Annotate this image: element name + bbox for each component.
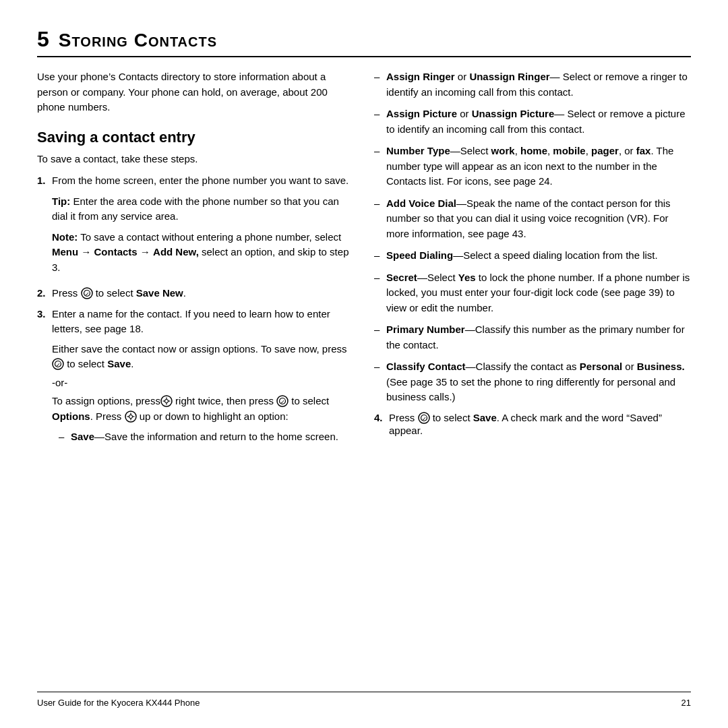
bullet-assign-ringer: – Assign Ringer or Unassign Ringer— Sele… [374,69,691,100]
section-intro: To save a contact, take these steps. [37,152,354,167]
right-column: – Assign Ringer or Unassign Ringer— Sele… [374,69,691,692]
dash-1: – [374,69,386,100]
step-3-number: 3. [37,307,52,452]
dash-8: – [374,359,386,405]
note-block: Note: To save a contact without entering… [52,230,354,276]
step-2-content: Press ✓ to select Save New. [52,286,354,301]
page: 5 Storing Contacts Use your phone’s Cont… [0,0,728,728]
dash-2: – [374,107,386,137]
dash-5: – [374,248,386,264]
bullet-secret: – Secret—Select Yes to lock the phone nu… [374,270,691,316]
footer-left: User Guide for the Kyocera KX444 Phone [37,698,200,708]
right-bullets-list: – Assign Ringer or Unassign Ringer— Sele… [374,69,691,405]
svg-text:✓: ✓ [280,399,285,405]
step-3-text1: Enter a name for the contact. If you nee… [52,307,354,337]
step-1-text: From the home screen, enter the phone nu… [52,175,348,186]
svg-point-6 [161,396,172,406]
step-4-text-post: to select Save. A check mark and the wor… [389,412,662,436]
step-1-number: 1. [37,173,52,280]
bullet-assign-picture: – Assign Picture or Unassign Picture— Se… [374,107,691,137]
bullet-classify-contact-text: Classify Contact—Classify the contact as… [386,359,691,405]
step-3-content: Enter a name for the contact. If you nee… [52,307,354,452]
bullet-primary-number: – Primary Number—Classify this number as… [374,322,691,353]
step-4-content: Press ✓ to select Save. A check mark and… [389,412,691,436]
dash-7: – [374,322,386,353]
sub-option-save: – Save—Save the information and return t… [59,429,354,445]
section-title: Saving a contact entry [37,129,354,146]
or-text: -or- [52,375,354,391]
ok-icon-step4: ✓ [418,412,430,424]
step-4-text-pre: Press [389,412,418,423]
nav-icon-step3a [160,395,173,407]
bullet-speed-dialing-text: Speed Dialing—Select a speed dialing loc… [386,248,691,264]
intro-text: Use your phone’s Contacts directory to s… [37,69,354,115]
nav-icon-step3b [125,411,137,423]
bullet-voice-dial-text: Add Voice Dial—Speak the name of the con… [386,196,691,242]
chapter-number: 5 [37,27,49,52]
sub-option-save-text: Save—Save the information and return to … [71,429,354,445]
step-2-number: 2. [37,286,52,301]
ok-icon-step2: ✓ [81,287,93,299]
bullet-voice-dial: – Add Voice Dial—Speak the name of the c… [374,196,691,242]
left-column: Use your phone’s Contacts directory to s… [37,69,354,692]
bullet-assign-ringer-text: Assign Ringer or Unassign Ringer— Select… [386,69,691,100]
step-3-text2: Either save the contact now or assign op… [52,342,354,372]
bullet-assign-picture-text: Assign Picture or Unassign Picture— Sele… [386,107,691,137]
step-4-number: 4. [374,412,389,436]
bullet-classify-contact: – Classify Contact—Classify the contact … [374,359,691,405]
steps-list: 1. From the home screen, enter the phone… [37,173,354,452]
svg-point-11 [164,400,168,403]
bullet-speed-dialing: – Speed Dialing—Select a speed dialing l… [374,248,691,264]
bullet-number-type: – Number Type—Select work, home, mobile,… [374,144,691,189]
dash-4: – [374,196,386,242]
two-col-layout: Use your phone’s Contacts directory to s… [37,69,691,692]
dash-6: – [374,270,386,316]
sub-options-list: – Save—Save the information and return t… [52,429,354,445]
step-4: 4. Press ✓ to select Save. A check mark … [374,412,691,436]
step-1: 1. From the home screen, enter the phone… [37,173,354,280]
svg-text:✓: ✓ [421,416,426,422]
chapter-header: 5 Storing Contacts [37,27,691,52]
step-3-text3: To assign options, press right twice, th… [52,394,354,424]
step-2-text: Press [52,287,81,299]
step-1-content: From the home screen, enter the phone nu… [52,173,354,280]
bullet-primary-number-text: Primary Number—Classify this number as t… [386,322,691,353]
footer-rule [37,692,691,692]
ok-icon-step3a: ✓ [52,358,64,370]
tip-label: Tip: [52,195,70,207]
tip-block: Tip: Enter the area code with the phone … [52,194,354,224]
note-label: Note: [52,231,78,243]
svg-point-15 [125,411,136,422]
tip-text: Enter the area code with the phone numbe… [52,195,339,222]
footer-right: 21 [681,698,691,708]
svg-text:✓: ✓ [56,362,61,368]
bullet-secret-text: Secret—Select Yes to lock the phone numb… [386,270,691,316]
step-3: 3. Enter a name for the contact. If you … [37,307,354,452]
svg-point-20 [129,415,132,418]
step-2: 2. Press ✓ to select Save New. [37,286,354,301]
footer: User Guide for the Kyocera KX444 Phone 2… [37,698,691,708]
step-2-text2: to select Save New. [93,287,186,299]
bullet-number-type-text: Number Type—Select work, home, mobile, p… [386,144,691,189]
dash-3: – [374,144,386,189]
ok-icon-step3b: ✓ [276,395,289,407]
dash-save: – [59,429,71,445]
header-rule [37,56,691,57]
note-text: To save a contact without entering a pho… [52,231,348,273]
svg-text:✓: ✓ [84,291,89,297]
chapter-title: Storing Contacts [59,30,217,51]
